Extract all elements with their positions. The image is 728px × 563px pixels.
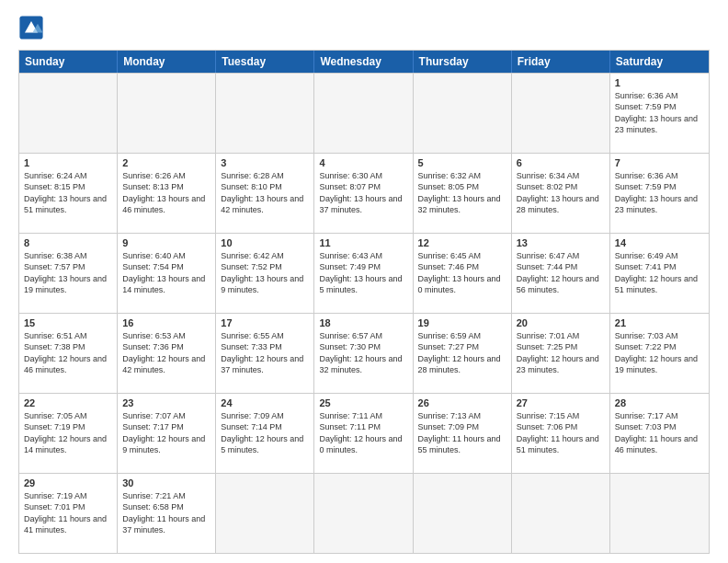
- day-info: Sunrise: 6:24 AMSunset: 8:15 PMDaylight:…: [24, 170, 112, 215]
- calendar-week-4: 15Sunrise: 6:51 AMSunset: 7:38 PMDayligh…: [19, 313, 709, 393]
- empty-cell: [314, 474, 413, 553]
- day-cell-20: 20Sunrise: 7:01 AMSunset: 7:25 PMDayligh…: [512, 314, 610, 393]
- calendar-week-2: 1Sunrise: 6:24 AMSunset: 8:15 PMDaylight…: [19, 153, 709, 233]
- day-info: Sunrise: 6:53 AMSunset: 7:36 PMDaylight:…: [122, 330, 210, 375]
- empty-cell: [414, 74, 512, 153]
- day-cell-1: 1Sunrise: 6:36 AMSunset: 7:59 PMDaylight…: [610, 74, 709, 153]
- day-number: 4: [319, 156, 407, 169]
- empty-cell: [512, 474, 610, 553]
- day-cell-10: 10Sunrise: 6:42 AMSunset: 7:52 PMDayligh…: [216, 234, 314, 313]
- day-cell-7: 7Sunrise: 6:36 AMSunset: 7:59 PMDaylight…: [610, 154, 709, 233]
- day-number: 22: [24, 396, 112, 409]
- day-number: 30: [122, 477, 210, 489]
- day-info: Sunrise: 7:01 AMSunset: 7:25 PMDaylight:…: [517, 330, 605, 375]
- day-info: Sunrise: 6:57 AMSunset: 7:30 PMDaylight:…: [319, 330, 407, 375]
- day-info: Sunrise: 6:28 AMSunset: 8:10 PMDaylight:…: [221, 170, 309, 215]
- day-number: 20: [517, 316, 605, 329]
- day-cell-17: 17Sunrise: 6:55 AMSunset: 7:33 PMDayligh…: [216, 314, 314, 393]
- calendar-week-5: 22Sunrise: 7:05 AMSunset: 7:19 PMDayligh…: [19, 393, 709, 473]
- day-cell-4: 4Sunrise: 6:30 AMSunset: 8:07 PMDaylight…: [314, 154, 413, 233]
- day-cell-15: 15Sunrise: 6:51 AMSunset: 7:38 PMDayligh…: [19, 314, 118, 393]
- day-info: Sunrise: 6:38 AMSunset: 7:57 PMDaylight:…: [24, 250, 112, 295]
- day-cell-2: 2Sunrise: 6:26 AMSunset: 8:13 PMDaylight…: [118, 154, 216, 233]
- logo-icon: [18, 15, 44, 40]
- day-number: 25: [319, 396, 407, 409]
- day-cell-8: 8Sunrise: 6:38 AMSunset: 7:57 PMDaylight…: [19, 234, 118, 313]
- day-cell-22: 22Sunrise: 7:05 AMSunset: 7:19 PMDayligh…: [19, 394, 118, 473]
- empty-cell: [216, 74, 314, 153]
- calendar-body: 1Sunrise: 6:36 AMSunset: 7:59 PMDaylight…: [19, 73, 709, 553]
- day-number: 21: [615, 316, 704, 329]
- empty-cell: [610, 474, 709, 553]
- day-number: 5: [418, 156, 506, 169]
- day-number: 19: [418, 316, 506, 329]
- day-number: 27: [517, 396, 605, 409]
- day-cell-13: 13Sunrise: 6:47 AMSunset: 7:44 PMDayligh…: [512, 234, 610, 313]
- day-cell-29: 29Sunrise: 7:19 AMSunset: 7:01 PMDayligh…: [19, 474, 118, 553]
- day-number: 8: [24, 236, 112, 249]
- day-info: Sunrise: 7:09 AMSunset: 7:14 PMDaylight:…: [221, 410, 309, 455]
- day-cell-28: 28Sunrise: 7:17 AMSunset: 7:03 PMDayligh…: [610, 394, 709, 473]
- day-header-wednesday: Wednesday: [314, 51, 413, 73]
- day-cell-16: 16Sunrise: 6:53 AMSunset: 7:36 PMDayligh…: [118, 314, 216, 393]
- day-cell-24: 24Sunrise: 7:09 AMSunset: 7:14 PMDayligh…: [216, 394, 314, 473]
- day-cell-11: 11Sunrise: 6:43 AMSunset: 7:49 PMDayligh…: [314, 234, 413, 313]
- day-info: Sunrise: 7:13 AMSunset: 7:09 PMDaylight:…: [418, 410, 506, 455]
- day-number: 1: [24, 156, 112, 169]
- day-info: Sunrise: 7:21 AMSunset: 6:58 PMDaylight:…: [122, 490, 210, 535]
- day-number: 11: [319, 236, 407, 249]
- header: [18, 15, 710, 40]
- day-cell-9: 9Sunrise: 6:40 AMSunset: 7:54 PMDaylight…: [118, 234, 216, 313]
- day-info: Sunrise: 6:32 AMSunset: 8:05 PMDaylight:…: [418, 170, 506, 215]
- day-number: 13: [517, 236, 605, 249]
- day-cell-26: 26Sunrise: 7:13 AMSunset: 7:09 PMDayligh…: [414, 394, 512, 473]
- day-cell-30: 30Sunrise: 7:21 AMSunset: 6:58 PMDayligh…: [118, 474, 216, 553]
- calendar-week-3: 8Sunrise: 6:38 AMSunset: 7:57 PMDaylight…: [19, 233, 709, 313]
- day-info: Sunrise: 6:47 AMSunset: 7:44 PMDaylight:…: [517, 250, 605, 295]
- day-number: 28: [615, 396, 704, 409]
- day-info: Sunrise: 7:15 AMSunset: 7:06 PMDaylight:…: [517, 410, 605, 455]
- day-info: Sunrise: 7:05 AMSunset: 7:19 PMDaylight:…: [24, 410, 112, 455]
- calendar-week-1: 1Sunrise: 6:36 AMSunset: 7:59 PMDaylight…: [19, 73, 709, 153]
- day-info: Sunrise: 6:36 AMSunset: 7:59 PMDaylight:…: [615, 170, 704, 215]
- day-cell-19: 19Sunrise: 6:59 AMSunset: 7:27 PMDayligh…: [414, 314, 512, 393]
- day-number: 16: [122, 316, 210, 329]
- day-cell-27: 27Sunrise: 7:15 AMSunset: 7:06 PMDayligh…: [512, 394, 610, 473]
- day-number: 24: [221, 396, 309, 409]
- empty-cell: [118, 74, 216, 153]
- day-info: Sunrise: 7:07 AMSunset: 7:17 PMDaylight:…: [122, 410, 210, 455]
- day-cell-25: 25Sunrise: 7:11 AMSunset: 7:11 PMDayligh…: [314, 394, 413, 473]
- day-info: Sunrise: 6:45 AMSunset: 7:46 PMDaylight:…: [418, 250, 506, 295]
- day-info: Sunrise: 6:40 AMSunset: 7:54 PMDaylight:…: [122, 250, 210, 295]
- day-cell-14: 14Sunrise: 6:49 AMSunset: 7:41 PMDayligh…: [610, 234, 709, 313]
- day-number: 23: [122, 396, 210, 409]
- day-info: Sunrise: 6:43 AMSunset: 7:49 PMDaylight:…: [319, 250, 407, 295]
- day-info: Sunrise: 6:55 AMSunset: 7:33 PMDaylight:…: [221, 330, 309, 375]
- day-number: 17: [221, 316, 309, 329]
- day-info: Sunrise: 7:03 AMSunset: 7:22 PMDaylight:…: [615, 330, 704, 375]
- day-number: 15: [24, 316, 112, 329]
- empty-cell: [314, 74, 413, 153]
- day-number: 6: [517, 156, 605, 169]
- day-number: 12: [418, 236, 506, 249]
- day-number: 9: [122, 236, 210, 249]
- day-info: Sunrise: 6:30 AMSunset: 8:07 PMDaylight:…: [319, 170, 407, 215]
- day-cell-21: 21Sunrise: 7:03 AMSunset: 7:22 PMDayligh…: [610, 314, 709, 393]
- day-number: 7: [615, 156, 704, 169]
- day-info: Sunrise: 6:36 AMSunset: 7:59 PMDaylight:…: [615, 90, 704, 135]
- empty-cell: [414, 474, 512, 553]
- day-info: Sunrise: 6:59 AMSunset: 7:27 PMDaylight:…: [418, 330, 506, 375]
- day-number: 3: [221, 156, 309, 169]
- day-number: 26: [418, 396, 506, 409]
- day-number: 1: [615, 76, 704, 89]
- day-info: Sunrise: 6:26 AMSunset: 8:13 PMDaylight:…: [122, 170, 210, 215]
- day-info: Sunrise: 6:34 AMSunset: 8:02 PMDaylight:…: [517, 170, 605, 215]
- day-info: Sunrise: 7:17 AMSunset: 7:03 PMDaylight:…: [615, 410, 704, 455]
- day-info: Sunrise: 6:51 AMSunset: 7:38 PMDaylight:…: [24, 330, 112, 375]
- day-info: Sunrise: 6:42 AMSunset: 7:52 PMDaylight:…: [221, 250, 309, 295]
- day-cell-12: 12Sunrise: 6:45 AMSunset: 7:46 PMDayligh…: [414, 234, 512, 313]
- calendar: SundayMondayTuesdayWednesdayThursdayFrid…: [18, 50, 710, 554]
- day-number: 2: [122, 156, 210, 169]
- day-info: Sunrise: 6:49 AMSunset: 7:41 PMDaylight:…: [615, 250, 704, 295]
- day-header-sunday: Sunday: [19, 51, 118, 73]
